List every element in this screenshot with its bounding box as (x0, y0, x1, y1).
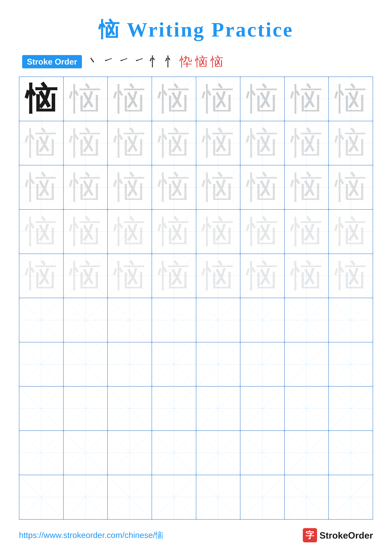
svg-line-112 (19, 387, 63, 431)
grid-cell: 恼 (285, 165, 329, 210)
svg-line-128 (19, 431, 63, 475)
char-trace: 恼 (158, 83, 190, 115)
grid-cell-empty[interactable] (196, 387, 241, 431)
grid-cell: 恼 (240, 254, 285, 298)
svg-line-150 (152, 475, 196, 519)
char-trace: 恼 (202, 83, 234, 115)
svg-line-84 (108, 298, 152, 342)
svg-line-138 (240, 431, 284, 475)
grid-cell-empty[interactable] (152, 431, 196, 475)
char-trace: 恼 (247, 83, 278, 115)
grid-cell-empty[interactable] (64, 342, 108, 387)
grid-cell-empty[interactable] (108, 387, 152, 431)
svg-line-142 (329, 431, 373, 475)
grid-cell-empty[interactable] (285, 342, 329, 387)
char-trace: 恼 (202, 127, 234, 159)
grid-cell: 恼 (240, 77, 285, 121)
grid-cell-empty[interactable] (19, 475, 64, 519)
grid-cell-empty[interactable] (240, 387, 285, 431)
char-trace: 恼 (114, 171, 145, 203)
grid-cell: 恼 (329, 210, 373, 254)
svg-line-105 (196, 342, 240, 386)
grid-cell: 恼 (19, 254, 64, 298)
svg-line-117 (108, 387, 152, 431)
grid-cell: 恼 (64, 121, 108, 166)
char-trace: 恼 (25, 216, 57, 248)
char-trace: 恼 (158, 260, 190, 292)
svg-line-134 (152, 431, 196, 475)
svg-line-124 (285, 387, 328, 431)
grid-cell-empty[interactable] (196, 475, 241, 519)
footer-logo-text: StrokeOrder (320, 530, 373, 540)
grid-cell-empty[interactable] (196, 431, 241, 475)
grid-cell-empty[interactable] (64, 475, 108, 519)
grid-cell-empty[interactable] (19, 431, 64, 475)
svg-line-107 (240, 342, 284, 386)
grid-cell-empty[interactable] (19, 298, 64, 342)
svg-line-85 (108, 298, 152, 342)
grid-cell-empty[interactable] (285, 431, 329, 475)
grid-cell-empty[interactable] (285, 387, 329, 431)
grid-cell-empty[interactable] (329, 431, 373, 475)
grid-cell-empty[interactable] (152, 387, 196, 431)
grid-cell-empty[interactable] (196, 342, 241, 387)
char-trace: 恼 (291, 171, 322, 203)
grid-cell-empty[interactable] (329, 475, 373, 519)
grid-cell-empty[interactable] (152, 475, 196, 519)
grid-cell-empty[interactable] (285, 475, 329, 519)
grid-cell-empty[interactable] (329, 342, 373, 387)
svg-line-122 (240, 387, 284, 431)
char-trace: 恼 (70, 171, 101, 203)
char-trace: 恼 (202, 171, 234, 203)
grid-cell-empty[interactable] (64, 298, 108, 342)
grid-row-2: 恼 恼 恼 恼 恼 恼 恼 (19, 121, 373, 166)
grid-cell-empty[interactable] (19, 387, 64, 431)
grid-cell-empty[interactable] (108, 298, 152, 342)
grid-cell-empty[interactable] (285, 298, 329, 342)
grid-cell-empty[interactable] (240, 475, 285, 519)
grid-cell-empty[interactable] (19, 342, 64, 387)
svg-line-154 (240, 475, 284, 519)
grid-row-10 (19, 475, 373, 519)
grid-cell-empty[interactable] (152, 342, 196, 387)
grid-cell-empty[interactable] (108, 342, 152, 387)
grid-cell-empty[interactable] (329, 298, 373, 342)
grid-cell-empty[interactable] (108, 431, 152, 475)
stroke-1: 丶 (87, 53, 99, 70)
svg-line-88 (196, 298, 240, 342)
grid-cell-empty[interactable] (152, 298, 196, 342)
grid-cell: 恼 (108, 210, 152, 254)
grid-cell: 恼 (64, 254, 108, 298)
svg-line-99 (64, 342, 107, 386)
grid-cell-empty[interactable] (108, 475, 152, 519)
grid-cell-empty[interactable] (240, 431, 285, 475)
char-trace: 恼 (291, 260, 322, 292)
svg-line-159 (329, 475, 373, 519)
grid-cell-empty[interactable] (240, 298, 285, 342)
svg-line-87 (152, 298, 196, 342)
grid-cell: 恼 (152, 121, 196, 166)
char-trace: 恼 (291, 127, 322, 159)
char-trace: 恼 (247, 260, 278, 292)
char-trace: 恼 (70, 83, 101, 115)
svg-line-157 (285, 475, 328, 519)
footer-logo: 字 StrokeOrder (303, 528, 373, 542)
svg-line-135 (152, 431, 196, 475)
char-dark: 恼 (25, 83, 57, 115)
svg-line-118 (152, 387, 196, 431)
svg-line-83 (64, 298, 107, 342)
grid-cell-empty[interactable] (329, 387, 373, 431)
grid-cell-empty[interactable] (64, 387, 108, 431)
grid-cell-empty[interactable] (240, 342, 285, 387)
svg-line-132 (108, 431, 152, 475)
svg-line-123 (240, 387, 284, 431)
grid-row-7 (19, 342, 373, 387)
grid-cell-empty[interactable] (64, 431, 108, 475)
grid-cell: 恼 (196, 121, 241, 166)
footer-url[interactable]: https://www.strokeorder.com/chinese/恼 (19, 530, 163, 541)
svg-line-93 (285, 298, 328, 342)
char-trace: 恼 (25, 171, 57, 203)
grid-cell-empty[interactable] (196, 298, 241, 342)
grid-row-1: 恼 恼 恼 恼 恼 恼 恼 (19, 77, 373, 121)
svg-line-153 (196, 475, 240, 519)
